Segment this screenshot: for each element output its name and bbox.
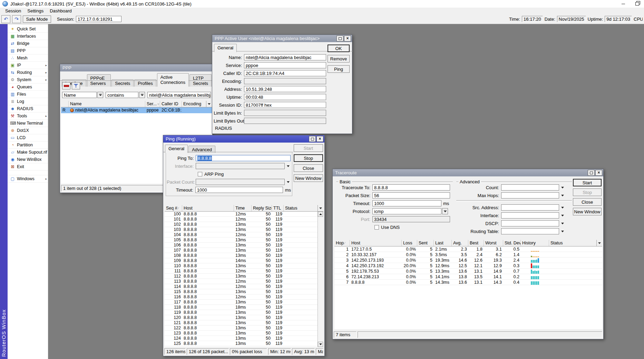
ping-col-host[interactable]: Host xyxy=(182,205,234,211)
ppp-window-titlebar[interactable]: PPP xyxy=(60,64,212,71)
caller-id-field[interactable]: 2C:C8:1B:19:74:A4 xyxy=(244,70,326,76)
filter-field-select[interactable]: Name xyxy=(62,92,97,98)
sidebar-item-log[interactable]: ≣Log xyxy=(8,98,48,105)
start-button[interactable]: Start xyxy=(573,179,602,186)
close-button[interactable]: × xyxy=(316,136,323,142)
packet-size-input[interactable]: 56 xyxy=(372,192,450,198)
sidebar-item-interfaces[interactable]: ▦Interfaces xyxy=(8,33,48,40)
ping-titlebar[interactable]: Ping (Running) × xyxy=(163,135,324,143)
restore-button[interactable] xyxy=(635,2,639,6)
ppp-col-flag[interactable] xyxy=(61,101,69,107)
ping-result-row[interactable]: 1008.8.8.812ms50119 xyxy=(165,212,318,217)
tr-col-status[interactable]: Status xyxy=(549,240,602,246)
ping-result-row[interactable]: 1128.8.8.813ms50119 xyxy=(165,274,318,279)
ping-result-row[interactable]: 1088.8.8.813ms50119 xyxy=(165,253,318,258)
traceroute-hop-row[interactable]: 78.8.8.80.0%514.3ms13.613.114.30.4 xyxy=(334,280,602,285)
count-select[interactable] xyxy=(501,184,559,191)
start-button[interactable]: Start xyxy=(294,144,323,152)
tr-columns-dropdown[interactable] xyxy=(596,240,602,246)
src-address-dropdown-icon[interactable] xyxy=(561,207,564,208)
ping-tab-general[interactable]: General xyxy=(165,145,188,153)
arp-ping-checkbox[interactable] xyxy=(198,172,202,176)
sidebar-item-make-supout-rif[interactable]: ▱Make Supout.rif xyxy=(8,149,48,156)
app-titlebar[interactable]: J0ako!-@172.17.0.6:18291 (SV_ESJ) - WinB… xyxy=(0,0,644,8)
sidebar-item-windows[interactable]: ▢Windows▸ xyxy=(8,175,48,183)
tr-timeout-input[interactable]: 1000 xyxy=(372,200,441,206)
ping-result-row[interactable]: 1078.8.8.813ms50119 xyxy=(165,248,318,253)
close-button[interactable]: Close xyxy=(294,164,323,172)
new-window-button[interactable]: New Window xyxy=(294,174,323,182)
interface-dropdown-icon[interactable] xyxy=(287,165,290,167)
active-user-titlebar[interactable]: PPP Active User <nitel@Alicia magdalena … xyxy=(212,35,352,42)
address-field[interactable]: 10.51.39.248 xyxy=(244,86,326,92)
interface-select[interactable] xyxy=(196,163,285,169)
ppp-tab-active-connections[interactable]: Active Connections xyxy=(157,73,189,87)
tr-col-best[interactable]: Best xyxy=(468,240,484,246)
ppp-col-ser[interactable]: Ser...▿ xyxy=(145,101,160,107)
sidebar-item-routing[interactable]: ⇆Routing▸ xyxy=(8,69,48,76)
ping-result-row[interactable]: 1228.8.8.813ms50119 xyxy=(165,326,318,331)
traceroute-hop-row[interactable]: 672.14.238.2130.0%514.1ms13.813.514.10.2 xyxy=(334,274,602,280)
count-dropdown-icon[interactable] xyxy=(561,187,564,188)
traceroute-hop-row[interactable]: 1172.17.0.50.0%52.1ms2.31.83.10.5 xyxy=(334,246,602,252)
sidebar-item-new-terminal[interactable]: ⌨New Terminal xyxy=(8,120,48,127)
scroll-down-button[interactable] xyxy=(318,342,323,347)
sidebar-item-radius[interactable]: ☻RADIUS xyxy=(8,105,48,113)
ping-result-row[interactable]: 1148.8.8.812ms50119 xyxy=(165,284,318,289)
stop-button[interactable]: Stop xyxy=(294,154,323,162)
ping-result-row[interactable]: 1058.8.8.813ms50119 xyxy=(165,237,318,243)
ppp-active-connection-row[interactable]: R nitel@Alicia magdalena beslibjac pppoe… xyxy=(61,107,212,113)
ping-scrollbar[interactable] xyxy=(318,212,323,347)
port-input[interactable]: 33434 xyxy=(372,216,450,222)
maximize-button[interactable] xyxy=(336,36,343,41)
ping-result-row[interactable]: 1218.8.8.813ms50119 xyxy=(165,320,318,326)
traceroute-hop-row[interactable]: 3142.250.173.1930.0%519.3ms14.612.619.32… xyxy=(334,258,602,263)
maximize-button[interactable] xyxy=(309,136,316,142)
ping-result-row[interactable]: 1018.8.8.812ms50119 xyxy=(165,217,318,222)
remove-button[interactable]: Remove xyxy=(328,55,350,62)
ping-result-row[interactable]: 1038.8.8.813ms50119 xyxy=(165,227,318,232)
tr-col-std-dev[interactable]: Std. Dev. xyxy=(503,240,521,246)
ping-result-row[interactable]: 1028.8.8.813ms50119 xyxy=(165,222,318,227)
sidebar-item-partition[interactable]: ◔Partition xyxy=(8,142,48,149)
ping-columns-dropdown[interactable] xyxy=(318,205,323,211)
tr-col-avg[interactable]: Avg. xyxy=(452,240,468,246)
sidebar-item-queues[interactable]: ◕Queues xyxy=(8,84,48,91)
ping-result-row[interactable]: 1178.8.8.813ms50119 xyxy=(165,300,318,305)
ping-result-row[interactable]: 1068.8.8.813ms50119 xyxy=(165,243,318,248)
limit-bytes-out-field[interactable] xyxy=(244,118,326,124)
routing-table-dropdown-icon[interactable] xyxy=(561,231,564,232)
ping-result-row[interactable]: 1198.8.8.813ms50119 xyxy=(165,310,318,315)
timeout-input[interactable]: 1000 xyxy=(195,187,283,193)
sidebar-item-mesh[interactable]: ∴Mesh xyxy=(8,55,48,62)
dscp-dropdown-icon[interactable] xyxy=(561,223,564,224)
routing-table-select[interactable] xyxy=(501,228,559,234)
sidebar-item-lcd[interactable]: ▭LCD xyxy=(8,134,48,142)
packet-count-dropdown-icon[interactable] xyxy=(287,181,290,183)
ppp-col-name[interactable]: Name xyxy=(69,101,145,107)
ping-result-row[interactable]: 1048.8.8.812ms50119 xyxy=(165,232,318,237)
tr-col-history[interactable]: History xyxy=(521,240,549,246)
traceroute-hop-row[interactable]: 4142.250.173.19220.0%512.9ms12.512.112.9… xyxy=(334,263,602,269)
max-hops-select[interactable] xyxy=(501,192,559,198)
filter-op-dropdown[interactable] xyxy=(139,92,145,98)
traceroute-hop-row[interactable]: 5192.178.75.530.0%513.3ms13.613.114.90.7 xyxy=(334,269,602,274)
redo-button[interactable]: ↷ xyxy=(12,15,21,23)
sidebar-item-dot1x[interactable]: ⊕Dot1X xyxy=(8,127,48,134)
name-field[interactable]: nitel@Alicia magdalena beslibjac xyxy=(244,54,326,60)
ping-col-reply-size[interactable]: Reply Size xyxy=(252,205,272,211)
sidebar-item-system[interactable]: ⚙System▸ xyxy=(8,76,48,84)
filter-value-input[interactable]: nitel@Alicia magdalena beslibjac xyxy=(147,92,211,98)
uptime-field[interactable]: 00:03:48 xyxy=(244,94,326,100)
filter-op-select[interactable]: contains xyxy=(106,92,138,98)
tab-general[interactable]: General xyxy=(214,44,237,52)
remove-connection-button[interactable] xyxy=(62,82,70,89)
ping-button[interactable]: Ping xyxy=(328,65,350,73)
filter-button[interactable] xyxy=(72,82,80,89)
ping-result-row[interactable]: 1168.8.8.812ms50119 xyxy=(165,294,318,300)
tr-col-hop[interactable]: Hop∕ xyxy=(334,240,350,246)
max-hops-dropdown-icon[interactable] xyxy=(561,195,564,196)
sidebar-item-ip[interactable]: ▣IP▸ xyxy=(8,62,48,69)
limit-bytes-in-field[interactable] xyxy=(244,110,326,116)
ping-col-seq[interactable]: Seq #∕ xyxy=(165,205,182,211)
